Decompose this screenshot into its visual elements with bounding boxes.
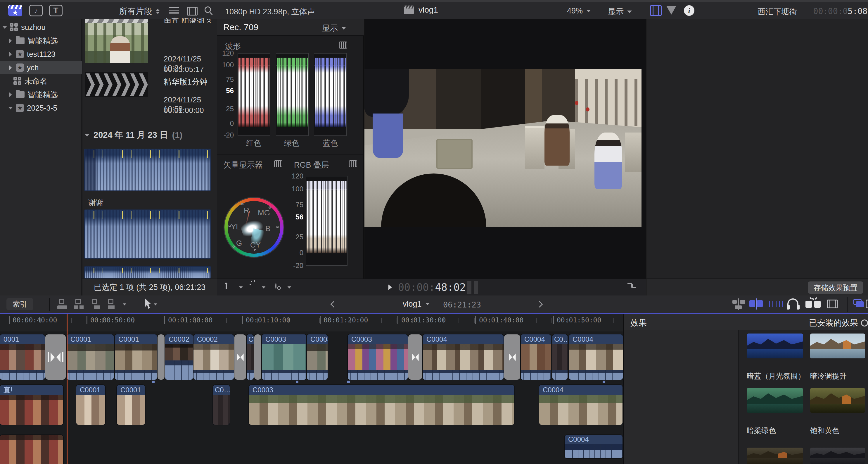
vectorscope-settings-icon[interactable] [274,160,282,167]
sidebar-item-smart-collection-2[interactable]: 智能精选 [0,88,82,101]
connected-audio-clip[interactable]: C0004 [565,435,622,458]
transform-tool-icon[interactable] [226,283,227,289]
sidebar-item-test1123[interactable]: ★ test1123 [0,48,82,61]
info-inspector-button[interactable]: i [684,5,694,16]
waveform-settings-icon[interactable] [339,41,347,49]
sidebar-item-suzhou[interactable]: suzhou [0,21,82,34]
music-photos-button[interactable]: ♪ [29,5,43,17]
save-effects-preset-button[interactable]: 存储效果预置 [808,282,863,294]
append-edit-icon[interactable] [90,299,102,310]
view-popup[interactable]: 显示 [608,6,632,17]
disclosure-triangle-icon[interactable] [9,38,12,43]
disclosure-triangle-icon[interactable] [9,92,12,97]
transition-clip[interactable] [504,335,520,380]
effect-thumbnail[interactable] [747,388,803,413]
effect-thumbnail[interactable] [810,334,865,358]
timeline-project-popup[interactable]: vlog1 [403,299,430,309]
insert-edit-icon[interactable] [74,299,85,310]
timeline-ruler[interactable]: 00:00:40:00 00:00:50:00 00:01:00:00 00:0… [0,314,623,331]
timeline-clip[interactable]: C0003 [307,335,328,380]
search-button[interactable] [205,6,211,13]
color-correction-icon[interactable] [275,283,277,289]
installed-effects-popup[interactable]: 已安装的效果 [809,317,868,328]
sidebar-item-2025-3-5[interactable]: ★ 2025-3-5 [0,101,82,115]
sidebar-item-ych[interactable]: ★ ych [0,61,82,74]
browser-clip-thumbnail[interactable] [85,72,148,97]
effect-thumbnail[interactable] [810,388,865,413]
connected-clip[interactable]: C0004 [539,385,622,425]
connected-clip[interactable]: C0001 [76,385,105,425]
next-project-icon[interactable] [536,301,543,308]
disclosure-triangle-icon[interactable] [85,134,89,137]
audio-clip[interactable] [84,209,211,259]
rgb-overlay-settings-icon[interactable] [349,160,357,167]
video-skimming-icon[interactable] [749,299,764,309]
chevron-down-icon[interactable] [239,286,243,288]
effects-browser-toggle[interactable] [852,298,866,310]
playhead[interactable] [67,314,67,464]
transition-clip[interactable] [45,335,66,380]
play-button[interactable] [389,284,392,290]
overwrite-edit-icon[interactable] [106,299,118,310]
disclosure-triangle-icon[interactable] [8,107,13,109]
clip-appearance-icon[interactable] [827,299,838,308]
timeline-clip[interactable]: C0001 [115,335,157,380]
timeline-clip[interactable]: C0002 [165,335,193,380]
clip-filter-popup[interactable]: 所有片段 [119,6,160,17]
previous-project-icon[interactable] [331,301,337,308]
browser-clip-thumbnail[interactable] [85,19,148,63]
disclosure-triangle-icon[interactable] [9,52,12,56]
sidebar-item-smart-collection[interactable]: 智能精选 [0,34,82,48]
sidebar-item-untitled[interactable]: 未命名 [0,74,82,88]
timeline-clip[interactable]: C [247,335,254,380]
audio-skimming-icon[interactable] [768,299,783,310]
disclosure-triangle-icon[interactable] [2,26,7,29]
date-section-header[interactable]: 2024 年 11 月 23 日 (1) [85,129,182,141]
audio-clip[interactable] [84,266,211,279]
solo-headphones-icon[interactable] [787,298,800,310]
select-tool-button[interactable] [143,298,151,311]
chevron-down-icon[interactable] [154,303,157,306]
audio-clip[interactable] [84,149,211,191]
connected-clip-partial[interactable] [0,435,63,464]
transition-clip[interactable] [235,335,246,380]
timeline-clip[interactable]: C0004 [569,335,623,380]
timeline-clip[interactable]: C0002 [193,335,234,380]
index-button[interactable]: 索引 [6,298,33,310]
timeline-clip[interactable]: C0… [552,335,567,380]
timeline-clip[interactable]: C0004 [423,335,503,380]
effect-thumbnail[interactable] [747,334,803,358]
effect-thumbnail[interactable] [810,447,865,464]
transition-clip[interactable] [254,335,261,380]
color-inspector-button[interactable] [666,6,676,14]
disclosure-triangle-icon[interactable] [9,65,12,70]
effect-thumbnail[interactable] [747,447,803,464]
list-view-button[interactable] [169,7,179,15]
chevron-down-icon[interactable] [262,286,266,288]
transition-clip[interactable] [408,335,422,380]
chevron-down-icon[interactable] [287,286,291,288]
connected-clip[interactable]: C0… [213,385,230,425]
snapping-toggle-icon[interactable] [805,299,821,309]
timeline-clip[interactable]: 0001 [0,335,45,380]
timeline-clip[interactable]: C0003 [348,335,408,380]
connected-clip[interactable]: C0003 [249,385,515,425]
audio-meter[interactable] [467,281,471,294]
titles-generators-button[interactable]: T [49,5,63,17]
scopes-view-popup[interactable]: 显示 [322,23,346,33]
timeline-clip[interactable]: C0001 [67,335,114,380]
media-import-button[interactable] [8,5,22,17]
video-inspector-button[interactable] [650,5,662,16]
audio-meter[interactable] [474,281,478,294]
connect-edit-icon[interactable] [57,299,69,310]
timeline-clip[interactable]: C0004 [521,335,551,380]
transition-clip[interactable] [157,335,164,380]
skimming-toggle-icon[interactable] [733,298,745,310]
chevron-down-icon[interactable] [123,303,126,306]
zoom-popup[interactable]: 49% [567,6,591,16]
filmstrip-view-button[interactable] [187,7,197,16]
connected-clip[interactable]: C0001 [117,385,145,425]
timeline-clip[interactable]: C0003 [262,335,306,380]
connected-clip[interactable]: 直! [0,385,63,425]
photos-audio-sidebar-icon[interactable] [866,299,868,308]
